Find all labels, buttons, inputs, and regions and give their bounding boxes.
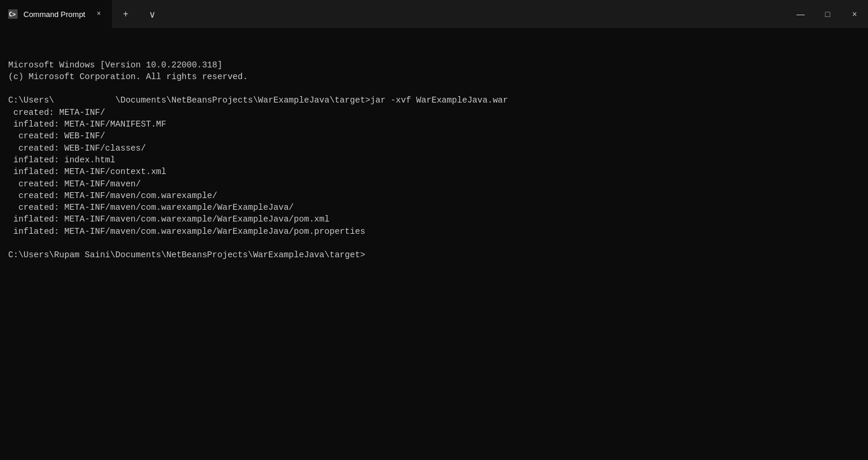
- terminal-empty-line: [8, 83, 860, 94]
- tab-title: Command Prompt: [23, 10, 85, 19]
- terminal-line: created: META-INF/maven/: [8, 178, 860, 190]
- svg-text:C>: C>: [9, 11, 16, 18]
- terminal-line: created: META-INF/maven/com.warexample/W…: [8, 202, 860, 213]
- terminal-line: created: META-INF/: [8, 107, 860, 118]
- window-controls: — □ ×: [787, 0, 868, 28]
- maximize-button[interactable]: □: [814, 0, 841, 28]
- tab-close-button[interactable]: ×: [93, 9, 104, 19]
- terminal-empty-line: [8, 237, 860, 249]
- tab-area: C> Command Prompt × + ∨: [0, 0, 787, 28]
- minimize-button[interactable]: —: [787, 0, 814, 28]
- terminal-line: C:\Users\ \Documents\NetBeansProjects\Wa…: [8, 94, 860, 106]
- cmd-icon: C>: [8, 9, 18, 19]
- terminal-line: inflated: index.html: [8, 154, 860, 166]
- terminal-line: inflated: META-INF/maven/com.warexample/…: [8, 213, 860, 225]
- terminal-line: inflated: META-INF/MANIFEST.MF: [8, 118, 860, 130]
- terminal-line: (c) Microsoft Corporation. All rights re…: [8, 71, 860, 83]
- close-button[interactable]: ×: [841, 0, 868, 28]
- terminal-line: inflated: META-INF/maven/com.warexample/…: [8, 226, 860, 237]
- cmd-window: C> Command Prompt × + ∨ — □ × Microsoft …: [0, 0, 868, 460]
- active-tab[interactable]: C> Command Prompt ×: [0, 0, 112, 28]
- terminal-line: Microsoft Windows [Version 10.0.22000.31…: [8, 59, 860, 71]
- terminal-line: created: WEB-INF/classes/: [8, 142, 860, 154]
- terminal-line: inflated: META-INF/context.xml: [8, 166, 860, 178]
- titlebar: C> Command Prompt × + ∨ — □ ×: [0, 0, 868, 28]
- new-tab-button[interactable]: +: [112, 0, 139, 28]
- terminal-line: created: META-INF/maven/com.warexample/: [8, 190, 860, 202]
- dropdown-button[interactable]: ∨: [139, 0, 166, 28]
- terminal-line: C:\Users\Rupam Saini\Documents\NetBeansP…: [8, 249, 860, 261]
- terminal-output[interactable]: Microsoft Windows [Version 10.0.22000.31…: [0, 28, 868, 460]
- terminal-line: created: WEB-INF/: [8, 130, 860, 142]
